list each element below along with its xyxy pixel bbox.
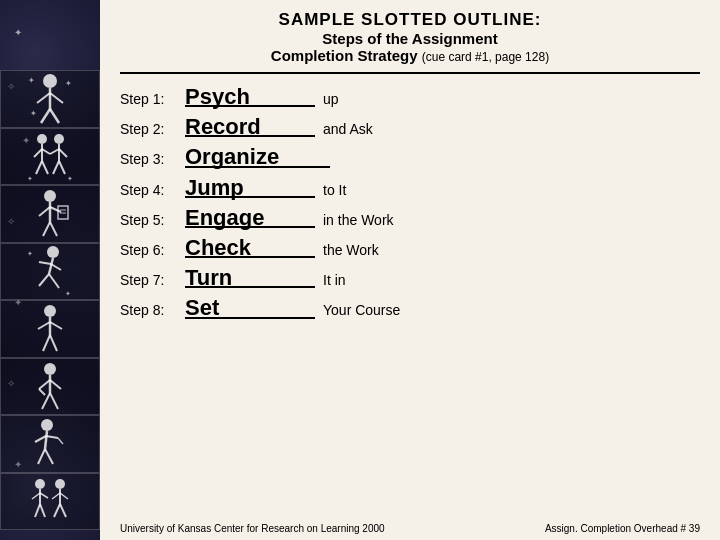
svg-text:✦: ✦	[30, 109, 37, 118]
step-row-5: Step 5: Engage in the Work	[120, 203, 700, 233]
svg-text:✦: ✦	[65, 290, 71, 298]
svg-line-70	[54, 504, 60, 517]
icon-box-5	[0, 300, 100, 358]
svg-point-40	[44, 305, 56, 317]
svg-line-59	[45, 449, 53, 464]
title-cue-text: (cue card #1, page 128)	[422, 50, 549, 64]
step-suffix-7: It in	[323, 272, 346, 288]
svg-line-55	[35, 436, 46, 442]
footer-right-text: Assign. Completion Overhead # 39	[545, 523, 700, 534]
svg-point-9	[37, 134, 47, 144]
svg-line-48	[39, 380, 50, 389]
step-underline-3	[185, 166, 330, 168]
page-header: SAMPLE SLOTTED OUTLINE: Steps of the Ass…	[120, 10, 700, 64]
svg-line-5	[50, 109, 59, 123]
step-label-5: Step 5:	[120, 212, 185, 228]
title-line2: Steps of the Assignment	[120, 30, 700, 47]
svg-line-26	[50, 207, 61, 212]
figure-icon-6	[25, 359, 75, 414]
main-content-area: SAMPLE SLOTTED OUTLINE: Steps of the Ass…	[100, 0, 720, 540]
svg-point-0	[43, 74, 57, 88]
svg-point-60	[35, 479, 45, 489]
svg-line-64	[35, 504, 40, 517]
svg-line-19	[50, 149, 59, 154]
step-suffix-5: in the Work	[323, 212, 394, 228]
svg-line-49	[39, 389, 45, 395]
figure-icon-7	[25, 416, 75, 471]
svg-line-56	[46, 436, 58, 438]
figure-icon-4: ✦ ✦	[25, 244, 75, 299]
svg-text:✦: ✦	[27, 175, 33, 183]
step-underline-8	[185, 317, 315, 319]
svg-line-52	[50, 393, 58, 409]
svg-line-4	[41, 109, 50, 123]
icon-box-4: ✦ ✦	[0, 243, 100, 301]
step-word-container-7: Turn	[185, 266, 315, 290]
step-row-7: Step 7: Turn It in	[120, 263, 700, 293]
svg-line-43	[50, 322, 62, 329]
icon-box-6	[0, 358, 100, 416]
step-word-container-8: Set	[185, 296, 315, 320]
svg-point-53	[41, 419, 53, 431]
svg-line-42	[38, 322, 50, 329]
title-line1: SAMPLE SLOTTED OUTLINE:	[120, 10, 700, 30]
svg-line-35	[51, 264, 61, 270]
step-underline-1	[185, 105, 315, 107]
figure-icon-8	[25, 474, 75, 529]
header-divider	[120, 72, 700, 74]
svg-point-66	[55, 479, 65, 489]
step-suffix-2: and Ask	[323, 121, 373, 137]
svg-line-14	[42, 149, 50, 154]
svg-point-32	[47, 246, 59, 258]
step-label-4: Step 4:	[120, 182, 185, 198]
title-line3: Completion Strategy (cue card #1, page 1…	[120, 47, 700, 64]
step-word-container-6: Check	[185, 236, 315, 260]
step-word-container-1: Psych	[185, 85, 315, 109]
svg-line-12	[42, 161, 48, 174]
steps-list: Step 1: Psych up Step 2: Record and Ask …	[120, 82, 700, 324]
svg-line-13	[34, 149, 42, 157]
step-label-3: Step 3:	[120, 151, 185, 167]
svg-line-17	[53, 161, 59, 174]
footer-left-text: University of Kansas Center for Research…	[120, 523, 385, 534]
svg-line-45	[50, 335, 57, 351]
step-underline-6	[185, 256, 315, 258]
title-strategy-text: Completion Strategy	[271, 47, 418, 64]
figure-icon-1: ✦ ✦ ✦	[25, 71, 75, 126]
step-row-2: Step 2: Record and Ask	[120, 112, 700, 142]
svg-line-68	[52, 493, 60, 499]
step-row-1: Step 1: Psych up	[120, 82, 700, 112]
svg-line-34	[39, 262, 51, 264]
icon-box-2: ✦ ✦	[0, 128, 100, 186]
figure-icon-3	[25, 186, 75, 241]
step-row-4: Step 4: Jump to It	[120, 173, 700, 203]
step-suffix-6: the Work	[323, 242, 379, 258]
step-row-8: Step 8: Set Your Course	[120, 293, 700, 323]
svg-line-44	[43, 335, 50, 351]
step-row-6: Step 6: Check the Work	[120, 233, 700, 263]
step-label-2: Step 2:	[120, 121, 185, 137]
step-underline-7	[185, 286, 315, 288]
icon-box-1: ✦ ✦ ✦	[0, 70, 100, 128]
step-row-3: Step 3: Organize	[120, 142, 700, 172]
figure-icon-2: ✦ ✦	[25, 129, 75, 184]
svg-line-28	[50, 222, 57, 236]
step-suffix-1: up	[323, 91, 339, 107]
step-word-container-3: Organize	[185, 145, 330, 169]
svg-line-62	[32, 493, 40, 499]
svg-line-57	[58, 438, 63, 444]
step-word-container-2: Record	[185, 115, 315, 139]
svg-line-3	[50, 93, 63, 103]
step-underline-4	[185, 196, 315, 198]
icon-box-7	[0, 415, 100, 473]
svg-line-51	[42, 393, 50, 409]
step-underline-5	[185, 226, 315, 228]
svg-line-63	[40, 493, 48, 498]
step-suffix-8: Your Course	[323, 302, 400, 318]
icon-box-8	[0, 473, 100, 531]
svg-text:✦: ✦	[65, 79, 72, 88]
svg-line-50	[50, 380, 61, 389]
svg-point-15	[54, 134, 64, 144]
step-underline-2	[185, 135, 315, 137]
svg-line-65	[40, 504, 45, 517]
